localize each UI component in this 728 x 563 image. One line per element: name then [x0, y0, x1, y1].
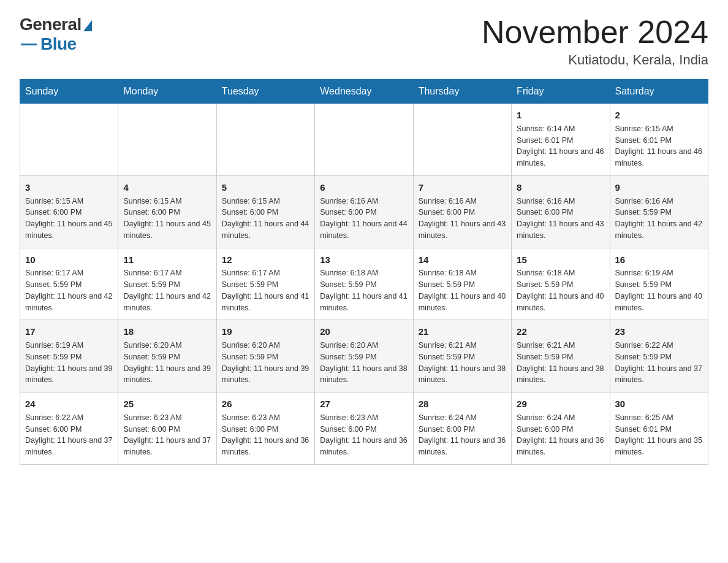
calendar-cell: [118, 104, 216, 176]
calendar-cell: 7Sunrise: 6:16 AM Sunset: 6:00 PM Daylig…: [413, 175, 511, 248]
day-info: Sunrise: 6:25 AM Sunset: 6:01 PM Dayligh…: [615, 412, 703, 458]
day-info: Sunrise: 6:24 AM Sunset: 6:00 PM Dayligh…: [419, 412, 506, 458]
day-info: Sunrise: 6:15 AM Sunset: 6:00 PM Dayligh…: [25, 196, 113, 242]
calendar-cell: 5Sunrise: 6:15 AM Sunset: 6:00 PM Daylig…: [216, 175, 314, 248]
day-info: Sunrise: 6:23 AM Sunset: 6:00 PM Dayligh…: [320, 412, 408, 458]
calendar-cell: 29Sunrise: 6:24 AM Sunset: 6:00 PM Dayli…: [512, 393, 610, 465]
logo-general-text: General: [20, 15, 82, 34]
calendar-cell: 28Sunrise: 6:24 AM Sunset: 6:00 PM Dayli…: [413, 393, 511, 465]
day-number: 26: [222, 397, 309, 411]
month-title: November 2024: [482, 15, 708, 50]
day-number: 2: [615, 109, 703, 122]
day-info: Sunrise: 6:17 AM Sunset: 5:59 PM Dayligh…: [123, 267, 211, 313]
day-info: Sunrise: 6:23 AM Sunset: 6:00 PM Dayligh…: [123, 412, 211, 458]
weekday-header-row: SundayMondayTuesdayWednesdayThursdayFrid…: [20, 80, 708, 104]
day-info: Sunrise: 6:15 AM Sunset: 6:00 PM Dayligh…: [222, 196, 309, 242]
logo: General Blue: [20, 15, 92, 54]
day-number: 4: [123, 181, 211, 194]
day-info: Sunrise: 6:22 AM Sunset: 5:59 PM Dayligh…: [615, 340, 703, 386]
calendar-cell: 18Sunrise: 6:20 AM Sunset: 5:59 PM Dayli…: [118, 320, 216, 393]
calendar-cell: 3Sunrise: 6:15 AM Sunset: 6:00 PM Daylig…: [20, 175, 118, 248]
day-number: 6: [320, 181, 408, 194]
day-number: 20: [320, 325, 408, 339]
day-number: 17: [25, 325, 113, 339]
day-info: Sunrise: 6:18 AM Sunset: 5:59 PM Dayligh…: [419, 267, 506, 313]
calendar-cell: 27Sunrise: 6:23 AM Sunset: 6:00 PM Dayli…: [315, 393, 413, 465]
day-number: 8: [517, 181, 604, 194]
calendar-cell: 20Sunrise: 6:20 AM Sunset: 5:59 PM Dayli…: [315, 320, 413, 393]
day-info: Sunrise: 6:15 AM Sunset: 6:01 PM Dayligh…: [615, 123, 703, 169]
calendar-cell: 22Sunrise: 6:21 AM Sunset: 5:59 PM Dayli…: [512, 320, 610, 393]
day-number: 28: [419, 397, 506, 411]
day-number: 15: [517, 253, 604, 267]
calendar-cell: 10Sunrise: 6:17 AM Sunset: 5:59 PM Dayli…: [20, 248, 118, 320]
location-title: Kutiatodu, Kerala, India: [482, 52, 708, 68]
day-info: Sunrise: 6:24 AM Sunset: 6:00 PM Dayligh…: [517, 412, 604, 458]
day-number: 18: [123, 325, 211, 339]
day-info: Sunrise: 6:23 AM Sunset: 6:00 PM Dayligh…: [222, 412, 309, 458]
day-number: 25: [123, 397, 211, 411]
day-info: Sunrise: 6:18 AM Sunset: 5:59 PM Dayligh…: [320, 267, 408, 313]
day-info: Sunrise: 6:15 AM Sunset: 6:00 PM Dayligh…: [123, 196, 211, 242]
calendar-cell: 24Sunrise: 6:22 AM Sunset: 6:00 PM Dayli…: [20, 393, 118, 465]
logo-blue-text: Blue: [40, 34, 77, 54]
page-header: General Blue November 2024 Kutiatodu, Ke…: [20, 15, 708, 68]
day-info: Sunrise: 6:14 AM Sunset: 6:01 PM Dayligh…: [517, 123, 604, 169]
day-number: 1: [517, 109, 604, 122]
calendar-cell: [20, 104, 118, 176]
day-number: 22: [517, 325, 604, 339]
day-number: 21: [419, 325, 506, 339]
weekday-header-tuesday: Tuesday: [216, 80, 314, 104]
day-info: Sunrise: 6:17 AM Sunset: 5:59 PM Dayligh…: [222, 267, 309, 313]
calendar-cell: 8Sunrise: 6:16 AM Sunset: 6:00 PM Daylig…: [512, 175, 610, 248]
day-info: Sunrise: 6:22 AM Sunset: 6:00 PM Dayligh…: [25, 412, 113, 458]
day-number: 11: [123, 253, 211, 267]
day-number: 12: [222, 253, 309, 267]
weekday-header-sunday: Sunday: [20, 80, 118, 104]
calendar-cell: 1Sunrise: 6:14 AM Sunset: 6:01 PM Daylig…: [512, 104, 610, 176]
calendar-week-row: 3Sunrise: 6:15 AM Sunset: 6:00 PM Daylig…: [20, 175, 708, 248]
day-info: Sunrise: 6:20 AM Sunset: 5:59 PM Dayligh…: [222, 340, 309, 386]
calendar-cell: 9Sunrise: 6:16 AM Sunset: 5:59 PM Daylig…: [610, 175, 708, 248]
calendar-cell: 26Sunrise: 6:23 AM Sunset: 6:00 PM Dayli…: [216, 393, 314, 465]
day-info: Sunrise: 6:20 AM Sunset: 5:59 PM Dayligh…: [123, 340, 211, 386]
calendar-cell: [413, 104, 511, 176]
title-area: November 2024 Kutiatodu, Kerala, India: [482, 15, 708, 68]
calendar-cell: 6Sunrise: 6:16 AM Sunset: 6:00 PM Daylig…: [315, 175, 413, 248]
calendar-cell: 13Sunrise: 6:18 AM Sunset: 5:59 PM Dayli…: [315, 248, 413, 320]
day-number: 23: [615, 325, 703, 339]
logo-line: [21, 44, 37, 45]
day-number: 16: [615, 253, 703, 267]
calendar-week-row: 17Sunrise: 6:19 AM Sunset: 5:59 PM Dayli…: [20, 320, 708, 393]
calendar-week-row: 24Sunrise: 6:22 AM Sunset: 6:00 PM Dayli…: [20, 393, 708, 465]
calendar-cell: [216, 104, 314, 176]
day-number: 7: [419, 181, 506, 194]
weekday-header-thursday: Thursday: [413, 80, 511, 104]
day-info: Sunrise: 6:16 AM Sunset: 6:00 PM Dayligh…: [419, 196, 506, 242]
calendar-week-row: 10Sunrise: 6:17 AM Sunset: 5:59 PM Dayli…: [20, 248, 708, 320]
day-number: 19: [222, 325, 309, 339]
calendar-cell: 17Sunrise: 6:19 AM Sunset: 5:59 PM Dayli…: [20, 320, 118, 393]
day-info: Sunrise: 6:19 AM Sunset: 5:59 PM Dayligh…: [25, 340, 113, 386]
calendar-cell: 23Sunrise: 6:22 AM Sunset: 5:59 PM Dayli…: [610, 320, 708, 393]
calendar-cell: [315, 104, 413, 176]
day-number: 3: [25, 181, 113, 194]
day-info: Sunrise: 6:21 AM Sunset: 5:59 PM Dayligh…: [419, 340, 506, 386]
day-info: Sunrise: 6:16 AM Sunset: 6:00 PM Dayligh…: [517, 196, 604, 242]
day-info: Sunrise: 6:16 AM Sunset: 5:59 PM Dayligh…: [615, 196, 703, 242]
day-number: 13: [320, 253, 408, 267]
calendar-table: SundayMondayTuesdayWednesdayThursdayFrid…: [20, 79, 708, 465]
calendar-cell: 11Sunrise: 6:17 AM Sunset: 5:59 PM Dayli…: [118, 248, 216, 320]
calendar-week-row: 1Sunrise: 6:14 AM Sunset: 6:01 PM Daylig…: [20, 104, 708, 176]
calendar-cell: 2Sunrise: 6:15 AM Sunset: 6:01 PM Daylig…: [610, 104, 708, 176]
day-info: Sunrise: 6:19 AM Sunset: 5:59 PM Dayligh…: [615, 267, 703, 313]
day-number: 10: [25, 253, 113, 267]
day-number: 30: [615, 397, 703, 411]
calendar-cell: 12Sunrise: 6:17 AM Sunset: 5:59 PM Dayli…: [216, 248, 314, 320]
day-info: Sunrise: 6:20 AM Sunset: 5:59 PM Dayligh…: [320, 340, 408, 386]
calendar-cell: 30Sunrise: 6:25 AM Sunset: 6:01 PM Dayli…: [610, 393, 708, 465]
day-info: Sunrise: 6:21 AM Sunset: 5:59 PM Dayligh…: [517, 340, 604, 386]
weekday-header-friday: Friday: [512, 80, 610, 104]
calendar-cell: 16Sunrise: 6:19 AM Sunset: 5:59 PM Dayli…: [610, 248, 708, 320]
day-number: 24: [25, 397, 113, 411]
